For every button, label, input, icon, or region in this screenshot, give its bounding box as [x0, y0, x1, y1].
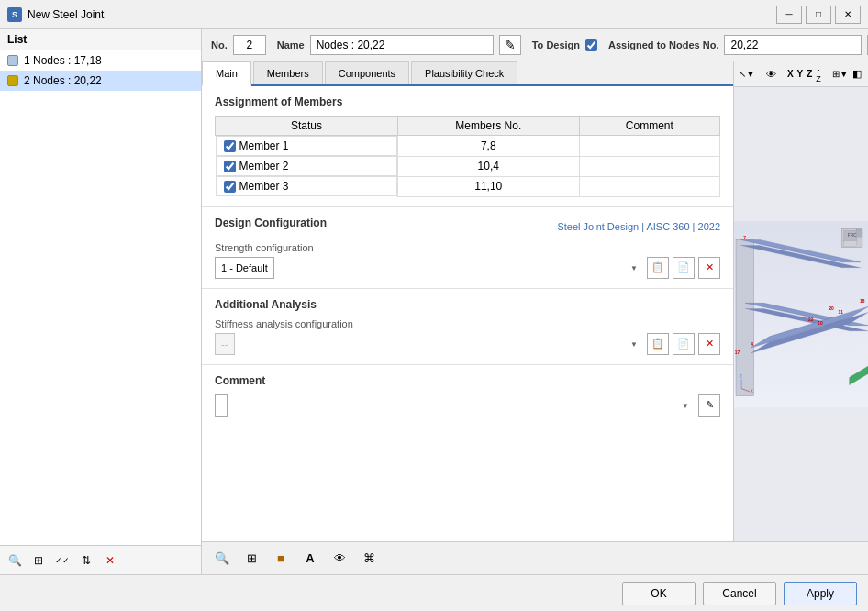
member3-comment — [579, 176, 719, 196]
render-btn[interactable]: ◧ — [851, 63, 862, 85]
comment-section: Comment ✎ — [202, 365, 733, 426]
maximize-button[interactable]: □ — [806, 6, 831, 24]
left-panel: List 1 Nodes : 17,18 2 Nodes : 20,22 🔍 ⊞… — [0, 29, 202, 574]
list-header: List — [0, 29, 201, 50]
z-axis-btn[interactable]: Z — [806, 63, 813, 85]
member2-comment — [579, 156, 719, 176]
comment-label: Comment — [215, 374, 720, 387]
svg-text:22: 22 — [808, 317, 814, 322]
additional-analysis-title: Additional Analysis — [215, 298, 720, 311]
select-mode-btn[interactable]: ↖▼ — [738, 63, 756, 85]
bottom-render-btn[interactable]: ⌘ — [356, 546, 382, 572]
table-row: Member 3 11,10 — [216, 176, 720, 196]
no-field-group: No. — [211, 35, 266, 55]
view-options-btn[interactable]: ⊞▼ — [831, 63, 850, 85]
stiffness-select[interactable]: -- — [215, 333, 235, 355]
3d-view-canvas: 7 4 10 11 17 18 20 22 Z — [734, 87, 868, 541]
strength-add-button[interactable]: 📋 — [647, 257, 669, 279]
strength-copy-button[interactable]: 📄 — [673, 257, 695, 279]
to-design-label: To Design — [532, 39, 580, 50]
check-button[interactable]: ✓✓ — [51, 550, 73, 572]
bottom-color-btn[interactable]: ■ — [268, 546, 294, 572]
strength-select[interactable]: 1 - Default — [215, 257, 274, 279]
svg-text:20: 20 — [829, 306, 834, 311]
svg-text:Z: Z — [740, 374, 742, 379]
name-input[interactable] — [310, 35, 494, 55]
assigned-nodes-input[interactable] — [724, 35, 862, 55]
col-status: Status — [216, 117, 398, 136]
tab-bar: Main Members Components Plausibility Che… — [202, 61, 733, 86]
show-model-btn[interactable]: 👁 — [765, 63, 777, 85]
window-controls: ─ □ ✕ — [776, 6, 861, 24]
tab-components[interactable]: Components — [325, 61, 409, 84]
sort-button[interactable]: ⇅ — [75, 550, 97, 572]
svg-text:11: 11 — [839, 310, 844, 315]
list-item-label: 1 Nodes : 17,18 — [24, 54, 102, 67]
svg-text:7: 7 — [743, 236, 746, 240]
svg-text:4: 4 — [751, 342, 753, 347]
view-toolbar: ↖▼ 👁 X Y Z -Z ⊞▼ ◧ 🖨 ✕✕ — [734, 61, 868, 87]
tab-members[interactable]: Members — [253, 61, 323, 84]
stiffness-copy-button[interactable]: 📄 — [673, 333, 695, 355]
svg-rect-26 — [844, 241, 857, 247]
comment-input-row: ✎ — [215, 394, 720, 417]
to-design-checkbox[interactable] — [585, 39, 597, 51]
stiffness-delete-button[interactable]: ✕ — [698, 333, 720, 355]
list-toolbar: 🔍 ⊞ ✓✓ ⇅ ✕ — [0, 545, 201, 574]
tab-plausibility[interactable]: Plausibility Check — [411, 61, 517, 84]
bottom-measure-btn[interactable]: ⊞ — [239, 546, 264, 572]
content-area: List 1 Nodes : 17,18 2 Nodes : 20,22 🔍 ⊞… — [0, 29, 868, 574]
cancel-button[interactable]: Cancel — [703, 582, 776, 605]
tab-main[interactable]: Main — [202, 61, 251, 86]
node2-icon — [7, 75, 18, 86]
strength-select-wrapper: 1 - Default — [215, 257, 643, 279]
bottom-text-btn[interactable]: A — [297, 546, 323, 572]
top-fields-bar: No. Name ✎ To Design Assigned to Nodes N… — [202, 29, 868, 61]
no-input[interactable] — [233, 35, 266, 55]
apply-button[interactable]: Apply — [784, 582, 857, 605]
ok-button[interactable]: OK — [622, 582, 696, 605]
search-button[interactable]: 🔍 — [4, 550, 26, 572]
svg-text:18: 18 — [860, 299, 865, 304]
stiffness-add-button[interactable]: 📋 — [647, 333, 669, 355]
main-container: List 1 Nodes : 17,18 2 Nodes : 20,22 🔍 ⊞… — [0, 29, 868, 611]
svg-text:17: 17 — [735, 350, 740, 355]
name-field-group: Name ✎ — [277, 35, 521, 55]
properties-button[interactable]: ⊞ — [28, 550, 50, 572]
split-content: Main Members Components Plausibility Che… — [202, 61, 868, 541]
window-title: New Steel Joint — [28, 8, 776, 21]
design-config-section: Design Configuration Steel Joint Design … — [202, 207, 733, 289]
close-button[interactable]: ✕ — [835, 6, 861, 24]
list-item-selected[interactable]: 2 Nodes : 20,22 — [0, 71, 201, 91]
member2-checkbox[interactable] — [224, 161, 236, 172]
member3-checkbox[interactable] — [224, 181, 236, 193]
bottom-eye-btn[interactable]: 👁 — [327, 546, 352, 572]
nz-axis-btn[interactable]: -Z — [815, 63, 822, 85]
member1-cell: Member 1 — [216, 136, 397, 156]
member1-checkbox[interactable] — [224, 140, 236, 152]
strength-label: Strength configuration — [215, 242, 720, 253]
comment-select-wrapper — [215, 394, 695, 417]
members-table: Status Members No. Comment Member 1 — [215, 116, 720, 197]
title-bar: S New Steel Joint ─ □ ✕ — [0, 0, 868, 29]
comment-input[interactable] — [215, 394, 228, 417]
name-edit-button[interactable]: ✎ — [499, 35, 521, 55]
strength-delete-button[interactable]: ✕ — [698, 257, 720, 279]
to-design-group: To Design — [532, 39, 597, 51]
x-axis-btn[interactable]: X — [786, 63, 795, 85]
design-config-type: Steel Joint Design | AISC 360 | 2022 — [557, 221, 720, 232]
member2-no: 10,4 — [397, 156, 579, 176]
minimize-button[interactable]: ─ — [776, 6, 802, 24]
delete-button[interactable]: ✕ — [99, 550, 121, 572]
list-item-label-2: 2 Nodes : 20,22 — [24, 74, 102, 87]
stiffness-label: Stiffness analysis configuration — [215, 318, 720, 329]
y-axis-btn[interactable]: Y — [796, 63, 805, 85]
stiffness-select-wrapper: -- — [215, 333, 643, 355]
svg-text:10: 10 — [818, 321, 823, 326]
bottom-toolbar: 🔍 ⊞ ■ A 👁 ⌘ — [202, 541, 868, 574]
comment-edit-button[interactable]: ✎ — [698, 394, 720, 417]
bottom-search-btn[interactable]: 🔍 — [209, 546, 235, 572]
list-item[interactable]: 1 Nodes : 17,18 — [0, 50, 201, 71]
member2-cell: Member 2 — [216, 156, 397, 176]
design-config-header: Design Configuration Steel Joint Design … — [215, 217, 720, 237]
